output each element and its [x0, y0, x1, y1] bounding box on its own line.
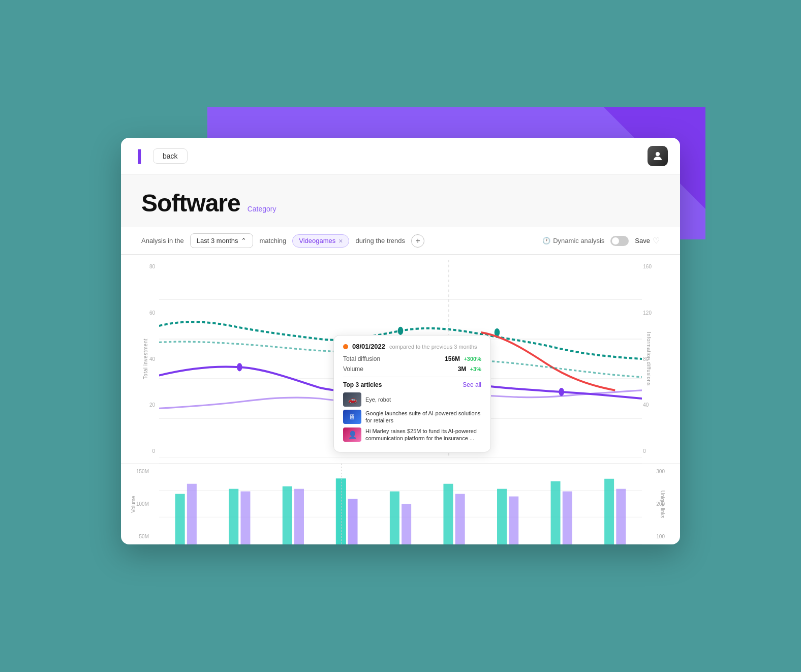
- y-tick-40: 40: [149, 356, 155, 362]
- y-tick-r160: 160: [643, 264, 652, 269]
- tooltip-val-diffusion: 156M +300%: [445, 355, 481, 362]
- svg-rect-33: [604, 479, 614, 544]
- y-ticks-left: 80 60 40 20 0: [149, 264, 155, 454]
- bar-tick-200: 200: [656, 501, 665, 507]
- tooltip-val-volume: 3M +3%: [458, 365, 481, 373]
- svg-rect-18: [187, 484, 197, 544]
- tooltip-row-volume: Volume 3M +3%: [343, 365, 481, 373]
- svg-rect-19: [229, 489, 238, 544]
- bar-tick-100: 100: [656, 534, 665, 539]
- article-item-2: 🖥 Google launches suite of AI-powered so…: [343, 410, 481, 424]
- heart-icon: ♡: [653, 236, 660, 246]
- tooltip-compared: compared to the previous 3 months: [389, 344, 477, 350]
- tooltip-divider: [343, 377, 481, 377]
- tooltip-articles-header: Top 3 articles See all: [343, 381, 481, 388]
- svg-rect-31: [551, 481, 561, 544]
- svg-rect-26: [402, 504, 411, 545]
- svg-rect-25: [390, 492, 399, 544]
- y-tick-r0: 0: [643, 448, 646, 454]
- article-title-1: Eye, robot: [365, 396, 391, 403]
- svg-rect-21: [283, 486, 292, 544]
- tech-icon: 🖥: [343, 410, 361, 424]
- y-tick-60: 60: [149, 310, 155, 316]
- period-value: Last 3 months: [197, 237, 238, 245]
- chip-remove-icon[interactable]: ×: [338, 237, 343, 245]
- svg-point-0: [656, 152, 660, 156]
- y-tick-0: 0: [152, 448, 156, 454]
- back-button[interactable]: back: [153, 148, 188, 164]
- svg-rect-23: [336, 479, 346, 544]
- car-icon: 🚗: [343, 392, 361, 407]
- tooltip-dot: [343, 344, 348, 349]
- avatar-image: [648, 146, 668, 166]
- y-tick-80: 80: [149, 264, 155, 269]
- article-title-2: Google launches suite of AI-powered solu…: [365, 410, 481, 424]
- article-title-3: Hi Marley raises $25M to fund its AI-pow…: [365, 427, 481, 442]
- bar-tick-300: 300: [656, 469, 665, 474]
- svg-rect-24: [348, 499, 358, 544]
- svg-point-11: [559, 388, 564, 396]
- tooltip-date: 08/01/2022: [352, 343, 385, 350]
- svg-rect-22: [294, 489, 304, 544]
- page-title-section: Software Category: [121, 175, 680, 227]
- y-tick-20: 20: [149, 402, 155, 408]
- top-chart-area: Total investment Information diffusions …: [121, 255, 680, 463]
- svg-rect-17: [175, 494, 185, 544]
- bar-y-ticks-right: 300 200 100: [656, 469, 665, 539]
- article-thumb-3: 👤: [343, 427, 361, 442]
- videogames-chip[interactable]: Videogames ×: [292, 234, 349, 248]
- period-select[interactable]: Last 3 months ⌃: [190, 233, 254, 248]
- article-item-1: 🚗 Eye, robot: [343, 392, 481, 407]
- dynamic-toggle[interactable]: [610, 236, 629, 246]
- card-header: ❙ back: [121, 138, 680, 175]
- dynamic-analysis-label: 🕐 Dynamic analysis: [542, 237, 604, 245]
- bar-y-left-label: Volume: [131, 496, 136, 512]
- tooltip-badge-diffusion: +300%: [464, 356, 481, 362]
- bar-chart-section: Volume Unique links 150M 100M 50M 300 20…: [121, 463, 680, 544]
- save-button[interactable]: Save ♡: [635, 236, 660, 246]
- tooltip-badge-volume: +3%: [470, 366, 481, 372]
- tooltip-header: 08/01/2022 compared to the previous 3 mo…: [343, 343, 481, 350]
- tooltip-key-volume: Volume: [343, 365, 363, 373]
- bar-tick-100m: 100M: [136, 501, 149, 507]
- chart-tooltip: 08/01/2022 compared to the previous 3 mo…: [333, 335, 491, 452]
- main-card: ❙ back Software Category A: [121, 138, 680, 544]
- filter-bar: Analysis in the Last 3 months ⌃ matching…: [121, 227, 680, 255]
- article-thumb-2: 🖥: [343, 410, 361, 424]
- bar-y-ticks-left: 150M 100M 50M: [136, 469, 149, 539]
- y-tick-r120: 120: [643, 310, 652, 316]
- category-badge: Category: [248, 205, 276, 213]
- header-left: ❙ back: [133, 148, 188, 164]
- trends-label: during the trends: [355, 237, 405, 245]
- period-arrow-icon: ⌃: [241, 237, 247, 245]
- top-articles-label: Top 3 articles: [343, 381, 382, 388]
- svg-rect-34: [616, 489, 626, 544]
- svg-rect-32: [563, 492, 572, 544]
- chip-label: Videogames: [299, 237, 335, 245]
- svg-rect-27: [443, 484, 453, 544]
- bar-tick-150m: 150M: [136, 469, 149, 474]
- article-item-3: 👤 Hi Marley raises $25M to fund its AI-p…: [343, 427, 481, 442]
- clock-icon: 🕐: [542, 237, 550, 245]
- line-chart-section: Total investment Information diffusions …: [121, 260, 680, 458]
- tooltip-key-diffusion: Total diffusion: [343, 355, 380, 362]
- y-tick-r80: 80: [643, 356, 649, 362]
- analysis-prefix-label: Analysis in the: [141, 237, 184, 245]
- svg-point-7: [398, 327, 404, 335]
- svg-point-9: [237, 363, 242, 371]
- y-tick-r40: 40: [643, 402, 649, 408]
- bar-chart-svg: [159, 464, 642, 544]
- svg-rect-30: [509, 497, 518, 544]
- logo-mark: ❙: [133, 149, 145, 163]
- person-icon: 👤: [343, 427, 361, 442]
- filter-right: 🕐 Dynamic analysis Save ♡: [542, 236, 660, 246]
- see-all-button[interactable]: See all: [463, 381, 481, 388]
- tooltip-row-diffusion: Total diffusion 156M +300%: [343, 355, 481, 362]
- matching-label: matching: [259, 237, 286, 245]
- avatar[interactable]: [648, 146, 668, 166]
- add-filter-button[interactable]: +: [411, 234, 424, 248]
- page-title-row: Software Category: [141, 189, 660, 217]
- svg-rect-29: [497, 489, 507, 544]
- bar-tick-50m: 50M: [139, 534, 149, 539]
- y-ticks-right: 160 120 80 40 0: [643, 264, 652, 454]
